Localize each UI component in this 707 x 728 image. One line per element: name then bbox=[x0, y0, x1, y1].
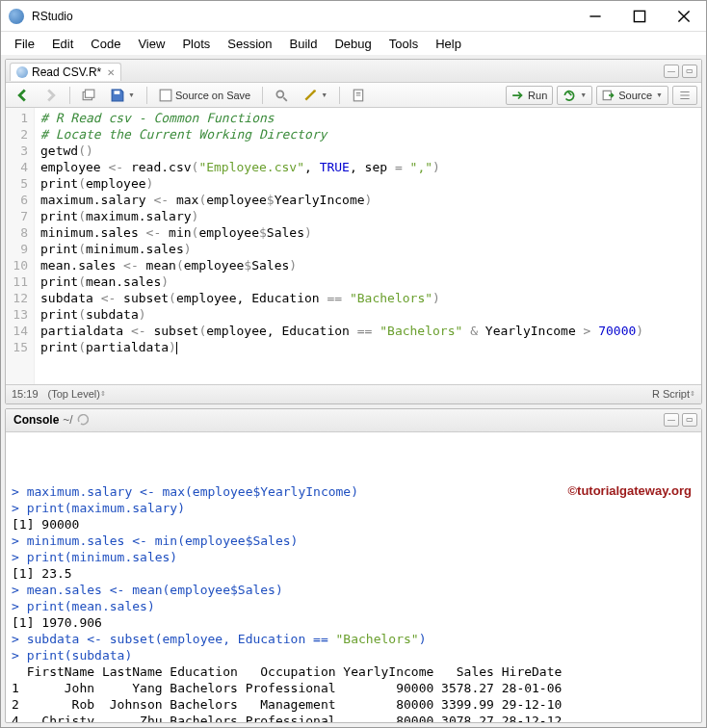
maximize-pane-button[interactable]: ▭ bbox=[682, 413, 697, 427]
console-line: > print(maximum.salary) bbox=[12, 500, 695, 516]
app-icon bbox=[9, 9, 24, 24]
maximize-button[interactable] bbox=[617, 1, 662, 32]
menu-tools[interactable]: Tools bbox=[381, 35, 426, 53]
minimize-icon bbox=[589, 10, 602, 23]
find-replace-button[interactable] bbox=[269, 86, 294, 105]
source-tabbar: Read CSV.R* ✕ — ▭ bbox=[6, 60, 701, 83]
search-icon bbox=[275, 89, 288, 102]
code-line[interactable]: getwd() bbox=[40, 143, 701, 159]
separator bbox=[339, 87, 340, 104]
close-button[interactable] bbox=[662, 1, 706, 32]
console-line: FirstName LastName Education Occupation … bbox=[12, 663, 695, 680]
minimize-button[interactable] bbox=[573, 1, 617, 32]
menu-code[interactable]: Code bbox=[83, 35, 128, 53]
close-icon bbox=[677, 10, 691, 23]
console-line: [1] 1970.906 bbox=[12, 614, 695, 631]
updown-icon[interactable]: ⇕ bbox=[690, 390, 695, 398]
code-line[interactable]: # Locate the Current Working Directory bbox=[40, 126, 701, 143]
show-in-window-button[interactable] bbox=[76, 86, 101, 105]
console-tabbar: Console ~/ — ▭ bbox=[6, 409, 701, 432]
code-line[interactable]: print(maximum.salary) bbox=[40, 208, 701, 224]
svg-point-8 bbox=[277, 91, 284, 97]
source-tab-label: Read CSV.R* bbox=[32, 65, 101, 79]
console-tab[interactable]: Console ~/ bbox=[10, 411, 92, 429]
code-line[interactable]: print(minimum.sales) bbox=[40, 241, 701, 257]
titlebar: RStudio bbox=[1, 1, 706, 32]
source-tab[interactable]: Read CSV.R* ✕ bbox=[10, 63, 121, 81]
code-line[interactable]: maximum.salary <- max(employee$YearlyInc… bbox=[40, 192, 701, 208]
rerun-button[interactable]: ▼ bbox=[557, 86, 592, 105]
console-path: ~/ bbox=[63, 413, 72, 427]
maximize-icon bbox=[633, 10, 646, 23]
console-pane-controls: — ▭ bbox=[664, 413, 697, 427]
maximize-pane-button[interactable]: ▭ bbox=[682, 65, 697, 78]
toolbar-right: Run ▼ Source ▼ bbox=[506, 86, 697, 105]
clear-console-icon[interactable] bbox=[77, 414, 89, 426]
source-statusbar: 15:19 (Top Level) ⇕ R Script ⇕ bbox=[6, 384, 701, 403]
code-line[interactable]: employee <- read.csv("Employee.csv", TRU… bbox=[40, 159, 701, 175]
outline-button[interactable] bbox=[672, 86, 697, 105]
console-pane: Console ~/ — ▭ ©tutorialgateway.org > ma… bbox=[5, 408, 702, 723]
scope-label[interactable]: (Top Level) bbox=[48, 388, 100, 400]
run-button[interactable]: Run bbox=[506, 86, 553, 105]
file-type-label[interactable]: R Script bbox=[652, 388, 690, 400]
source-editor[interactable]: 123456789101112131415 # R Read csv - Com… bbox=[6, 108, 701, 384]
source-pane-controls: — ▭ bbox=[664, 65, 697, 78]
code-line[interactable]: partialdata <- subset(employee, Educatio… bbox=[40, 323, 701, 339]
code-line[interactable]: # R Read csv - Common Functions bbox=[40, 110, 701, 126]
source-label: Source bbox=[618, 90, 652, 101]
code-line[interactable]: print(subdata) bbox=[40, 306, 701, 323]
svg-rect-1 bbox=[634, 11, 644, 21]
code-area[interactable]: # R Read csv - Common Functions# Locate … bbox=[35, 108, 701, 384]
menu-view[interactable]: View bbox=[130, 35, 172, 53]
console-line: > subdata <- subset(employee, Education … bbox=[12, 631, 695, 647]
code-line[interactable]: mean.sales <- mean(employee$Sales) bbox=[40, 257, 701, 273]
menubar: FileEditCodeViewPlotsSessionBuildDebugTo… bbox=[1, 32, 706, 55]
popout-icon bbox=[82, 89, 95, 102]
close-tab-icon[interactable]: ✕ bbox=[107, 67, 115, 78]
separator bbox=[262, 87, 263, 104]
svg-line-9 bbox=[284, 97, 288, 101]
forward-button[interactable] bbox=[39, 86, 64, 105]
menu-help[interactable]: Help bbox=[428, 35, 469, 53]
console-line: 4 Christy Zhu Bachelors Professional 800… bbox=[12, 713, 695, 722]
menu-build[interactable]: Build bbox=[282, 35, 326, 53]
menu-plots[interactable]: Plots bbox=[174, 35, 218, 53]
save-button[interactable]: ▼ bbox=[105, 86, 141, 105]
code-line[interactable]: print(partialdata) bbox=[40, 339, 701, 355]
code-tools-button[interactable]: ▼ bbox=[298, 86, 333, 105]
wand-icon bbox=[303, 89, 317, 102]
source-icon bbox=[602, 89, 615, 102]
run-label: Run bbox=[528, 90, 547, 101]
code-line[interactable]: subdata <- subset(employee, Education ==… bbox=[40, 290, 701, 306]
run-icon bbox=[511, 89, 525, 102]
menu-edit[interactable]: Edit bbox=[44, 35, 81, 53]
source-on-save-label: Source on Save bbox=[175, 90, 250, 101]
line-gutter: 123456789101112131415 bbox=[6, 108, 35, 384]
source-button[interactable]: Source ▼ bbox=[596, 86, 668, 105]
code-line[interactable]: minimum.sales <- min(employee$Sales) bbox=[40, 224, 701, 241]
panes-area: Read CSV.R* ✕ — ▭ ▼ Source on Save ▼ bbox=[1, 55, 706, 727]
svg-rect-7 bbox=[160, 90, 171, 101]
svg-point-11 bbox=[314, 90, 316, 91]
menu-debug[interactable]: Debug bbox=[327, 35, 379, 53]
save-icon bbox=[111, 89, 124, 102]
menu-file[interactable]: File bbox=[7, 35, 42, 53]
console-line: > print(minimum.sales) bbox=[12, 549, 695, 565]
console-body[interactable]: ©tutorialgateway.org > maximum.salary <-… bbox=[6, 432, 701, 722]
compile-report-button[interactable] bbox=[346, 86, 371, 105]
menu-session[interactable]: Session bbox=[220, 35, 279, 53]
console-line: > print(mean.sales) bbox=[12, 598, 695, 614]
arrow-left-icon bbox=[15, 89, 29, 102]
code-line[interactable]: print(employee) bbox=[40, 175, 701, 192]
code-line[interactable]: print(mean.sales) bbox=[40, 273, 701, 290]
rerun-icon bbox=[563, 89, 576, 102]
back-button[interactable] bbox=[10, 86, 35, 105]
svg-rect-6 bbox=[115, 91, 120, 94]
minimize-pane-button[interactable]: — bbox=[664, 65, 679, 78]
watermark-text: ©tutorialgateway.org bbox=[567, 482, 692, 499]
console-line: [1] 23.5 bbox=[12, 565, 695, 582]
source-on-save-toggle[interactable]: Source on Save bbox=[153, 86, 256, 105]
minimize-pane-button[interactable]: — bbox=[664, 413, 679, 427]
updown-icon[interactable]: ⇕ bbox=[100, 390, 106, 398]
